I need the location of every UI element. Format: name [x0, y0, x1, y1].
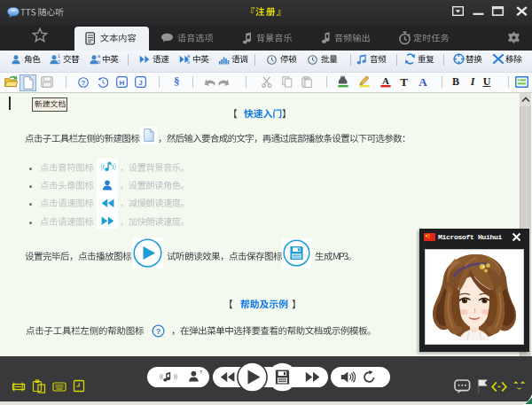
svg-text:T: T	[400, 75, 408, 88]
svg-text:a: a	[187, 53, 191, 58]
svg-text:?: ?	[200, 370, 202, 375]
svg-text:A: A	[419, 75, 427, 88]
svg-text:a: a	[98, 53, 101, 58]
svg-text:1: 1	[58, 53, 60, 58]
svg-text:A: A	[382, 75, 389, 86]
svg-text:J: J	[138, 79, 142, 87]
svg-text:b: b	[98, 59, 100, 65]
svg-text:H: H	[120, 79, 125, 87]
svg-text:?: ?	[82, 79, 86, 87]
svg-text:2: 2	[58, 59, 60, 65]
svg-text:?: ?	[156, 327, 161, 336]
svg-text:b: b	[187, 59, 190, 65]
